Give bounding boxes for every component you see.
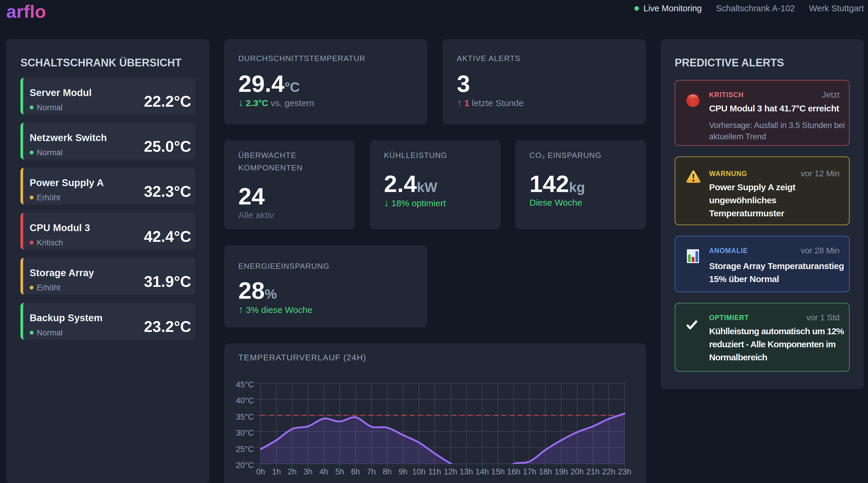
svg-text:0h: 0h bbox=[256, 467, 265, 476]
svg-text:30°C: 30°C bbox=[236, 428, 254, 438]
svg-text:5h: 5h bbox=[335, 467, 344, 476]
svg-text:40°C: 40°C bbox=[236, 396, 254, 405]
svg-text:21h: 21h bbox=[586, 467, 600, 476]
svg-text:19h: 19h bbox=[555, 467, 568, 476]
svg-text:10h: 10h bbox=[412, 467, 425, 476]
svg-text:2h: 2h bbox=[288, 467, 297, 476]
svg-text:1h: 1h bbox=[272, 467, 281, 476]
svg-text:35°C: 35°C bbox=[236, 413, 254, 421]
svg-text:25°C: 25°C bbox=[236, 445, 254, 454]
svg-text:7h: 7h bbox=[367, 467, 376, 476]
svg-text:22h: 22h bbox=[602, 467, 615, 476]
svg-text:18h: 18h bbox=[539, 467, 552, 476]
svg-text:20h: 20h bbox=[570, 467, 584, 476]
svg-text:12h: 12h bbox=[444, 467, 457, 476]
svg-text:23h: 23h bbox=[618, 467, 631, 476]
svg-text:45°C: 45°C bbox=[236, 380, 254, 389]
svg-text:3h: 3h bbox=[304, 467, 312, 476]
svg-text:11h: 11h bbox=[428, 467, 441, 476]
svg-text:8h: 8h bbox=[383, 467, 392, 476]
svg-text:16h: 16h bbox=[507, 467, 521, 476]
svg-text:14h: 14h bbox=[475, 467, 489, 476]
svg-text:17h: 17h bbox=[523, 467, 536, 476]
svg-text:13h: 13h bbox=[460, 467, 473, 476]
svg-text:6h: 6h bbox=[351, 467, 360, 476]
svg-text:20°C: 20°C bbox=[236, 461, 254, 470]
svg-text:4h: 4h bbox=[319, 467, 329, 476]
svg-text:9h: 9h bbox=[398, 467, 407, 476]
svg-text:15h: 15h bbox=[491, 467, 504, 476]
